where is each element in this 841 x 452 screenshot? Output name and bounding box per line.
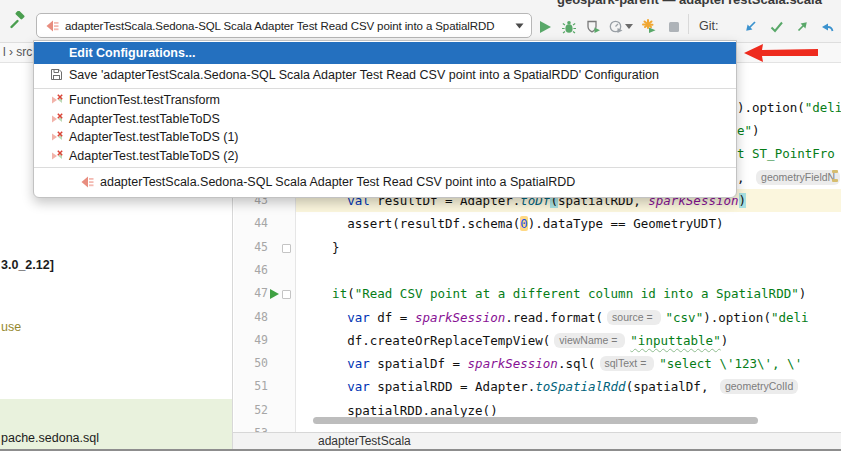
code-line: [296, 259, 841, 282]
build-hammer-icon[interactable]: [8, 11, 27, 30]
code-token: sparkSession: [415, 310, 505, 325]
code-line: t ST_PointFro: [737, 142, 835, 165]
fold-marker[interactable]: [282, 244, 291, 253]
code-token: spatialDf =: [377, 356, 467, 371]
code-token: "deli: [805, 100, 841, 115]
code-token: spatialRDD = Adapter.: [377, 379, 535, 394]
fold-marker[interactable]: [282, 290, 291, 299]
menu-item[interactable]: adapterTestScala.Sedona-SQL Scala Adapte…: [34, 170, 736, 194]
ide-window: geospark-parent — adapterTestScala.scala…: [0, 0, 841, 452]
code-token: .sql(: [558, 356, 596, 371]
code-token: [302, 310, 347, 325]
run-with-profiler-button[interactable]: [639, 17, 658, 36]
line-number: 46: [234, 259, 268, 282]
code-token: "select \'123\', \': [659, 356, 802, 371]
horizontal-scrollbar[interactable]: [313, 417, 758, 424]
menu-item[interactable]: Save 'adapterTestScala.Sedona-SQL Scala …: [34, 64, 736, 86]
error-stripe-mark[interactable]: [832, 170, 838, 173]
editor-breadcrumb-bar: adapterTestScala: [233, 432, 841, 449]
code-token: geometryFieldN: [756, 170, 840, 185]
code-token: sqlText =: [600, 356, 655, 371]
code-token: geometryColId: [720, 379, 798, 394]
git-update-project-button[interactable]: [741, 17, 760, 36]
code-token: var: [347, 356, 377, 371]
code-token: assert(resultDf.schema(: [302, 216, 520, 231]
menu-item[interactable]: AdapterTest.testTableToDS (1): [34, 128, 736, 147]
git-commit-button[interactable]: [767, 17, 786, 36]
menu-item[interactable]: AdapterTest.testTableToDS (2): [34, 147, 736, 166]
test-failed-icon: [49, 148, 65, 164]
project-tree-item[interactable]: 3.0_2.12]: [1, 258, 54, 272]
code-line: ).option("deli: [737, 96, 841, 119]
code-token: var: [347, 310, 377, 325]
editor-breadcrumb[interactable]: adapterTestScala: [318, 434, 411, 448]
line-number: 44: [234, 212, 268, 235]
git-rollback-button[interactable]: [818, 17, 837, 36]
menu-item[interactable]: AdapterTest.testTableToDS: [34, 110, 736, 129]
code-token: source =: [607, 310, 660, 325]
code-token: toSpatialRdd: [535, 379, 625, 394]
line-number: 45: [234, 236, 268, 259]
code-line: it("Read CSV point at a different column…: [296, 282, 841, 305]
code-token: }: [302, 240, 340, 255]
menu-item[interactable]: FunctionTest.testTransform: [34, 91, 736, 110]
code-token: it: [332, 286, 347, 301]
debug-button[interactable]: [559, 17, 578, 36]
error-stripe-mark[interactable]: [832, 179, 838, 182]
code-line: assert(resultDf.schema(0).dataType == Ge…: [296, 212, 841, 235]
code-token: ): [739, 193, 747, 208]
code-token: ).option(: [737, 100, 805, 115]
test-failed-icon: [49, 92, 65, 108]
code-line: , geometryFieldN: [737, 166, 841, 189]
run-test-gutter-icon[interactable]: [270, 282, 280, 305]
code-token: [302, 379, 347, 394]
menu-item-label: AdapterTest.testTableToDS (2): [69, 149, 239, 163]
profiler-button[interactable]: [606, 17, 625, 36]
run-configuration-value: adapterTestScala.Sedona-SQL Scala Adapte…: [65, 20, 510, 32]
code-line: }: [296, 236, 841, 259]
code-line: var spatialDf = sparkSession.sql(sqlText…: [296, 352, 841, 375]
code-token: "inputtable": [630, 333, 720, 348]
code-line: df.createOrReplaceTempView(viewName = "i…: [296, 329, 841, 352]
line-number: 51: [234, 375, 268, 398]
code-token: viewName =: [554, 333, 625, 348]
scalatest-icon: [44, 18, 60, 34]
code-token: ,: [737, 170, 752, 185]
code-token: "deli: [771, 310, 809, 325]
code-token: sparkSession: [468, 356, 558, 371]
profiler-dropdown-caret-icon[interactable]: [624, 17, 634, 36]
line-number: 49: [234, 329, 268, 352]
menu-item[interactable]: Edit Configurations...: [34, 42, 736, 64]
code-token: [302, 356, 347, 371]
code-token: spatialRDD.analyze(): [302, 403, 498, 418]
run-with-coverage-button[interactable]: [583, 17, 602, 36]
menu-separator: [34, 88, 736, 89]
menu-item-label: Edit Configurations...: [69, 46, 195, 60]
line-number: 48: [234, 306, 268, 329]
code-token: (spatialDf,: [626, 379, 716, 394]
project-tree-item[interactable]: use: [1, 320, 21, 334]
chevron-down-icon: [515, 23, 524, 29]
code-token: df.createOrReplaceTempView(: [302, 333, 550, 348]
menu-separator: [34, 167, 736, 168]
line-number: 52: [234, 399, 268, 422]
test-failed-icon: [49, 111, 65, 127]
code-token: "Read CSV point at a different column id…: [355, 286, 799, 301]
run-configuration-selector[interactable]: adapterTestScala.Sedona-SQL Scala Adapte…: [36, 13, 532, 38]
git-push-button[interactable]: [793, 17, 812, 36]
line-number: 53: [234, 422, 268, 432]
menu-item-label: AdapterTest.testTableToDS (1): [69, 130, 239, 144]
code-token: ).dataType == GeometryUDT): [528, 216, 724, 231]
code-token: ): [752, 123, 760, 138]
scalatest-icon: [79, 174, 95, 190]
menu-item-label: AdapterTest.testTableToDS: [69, 112, 220, 126]
menu-item-label: Save 'adapterTestScala.Sedona-SQL Scala …: [69, 68, 659, 82]
run-configurations-menu: Edit Configurations...Save 'adapterTestS…: [33, 40, 737, 198]
toolbar-separator: [688, 14, 689, 34]
window-bottom-edge: [0, 449, 841, 451]
run-button[interactable]: [536, 17, 555, 36]
code-line: var df = sparkSession.read.format(source…: [296, 306, 841, 329]
code-line: var spatialRDD = Adapter.toSpatialRdd(sp…: [296, 375, 841, 398]
project-tree-item[interactable]: pache.sedona.sql: [1, 431, 99, 445]
code-token: var: [347, 379, 377, 394]
